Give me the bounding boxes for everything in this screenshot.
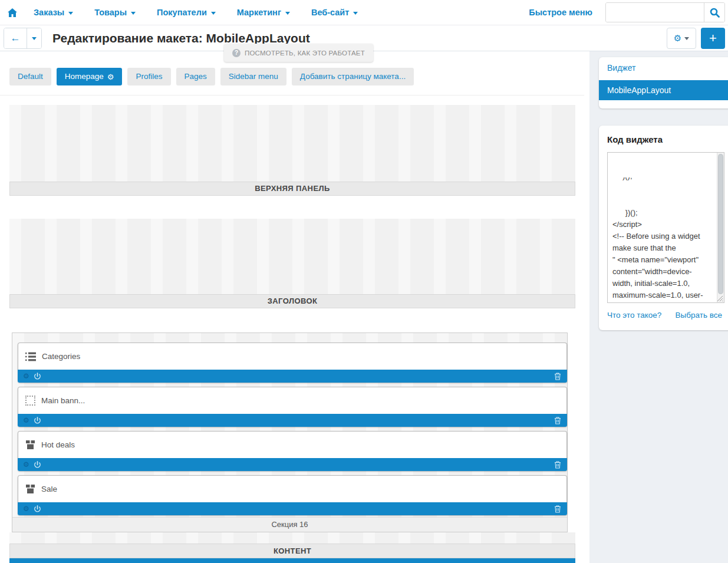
layout-tabs: Default Homepage ⚙ Profiles Pages Sideba… — [9, 68, 575, 85]
chevron-down-icon — [353, 12, 358, 15]
back-dropdown-button[interactable] — [27, 28, 41, 48]
block-power-icon[interactable] — [34, 417, 41, 424]
box-icon — [25, 484, 35, 494]
tab-profiles[interactable]: Profiles — [127, 68, 170, 85]
block-toolbar: ⚙ — [18, 414, 567, 427]
chevron-down-icon — [285, 12, 290, 15]
block-trash-icon[interactable] — [554, 460, 561, 469]
see-how-it-works-link[interactable]: ? ПОСМОТРЕТЬ, КАК ЭТО РАБОТАЕТ — [224, 44, 373, 62]
top-nav: Заказы Товары Покупатели Маркетинг Веб-с… — [0, 0, 728, 25]
block-toolbar: ⚙ — [18, 502, 567, 515]
box-icon — [25, 440, 35, 450]
gear-icon[interactable]: ⚙ — [107, 73, 114, 81]
widget-selector-card: Виджет MobileAppLayout — [599, 57, 728, 108]
block-gear-icon[interactable]: ⚙ — [23, 505, 29, 512]
page-title: Редактирование макета: MobileAppLayout — [52, 31, 310, 45]
block-card-hot-deals[interactable]: Hot deals ⚙ — [18, 431, 567, 471]
block-label: Sale — [41, 485, 57, 493]
tab-sidebar-menu[interactable]: Sidebar menu — [220, 68, 286, 85]
back-arrow-icon: ← — [11, 32, 21, 44]
block-card-categories[interactable]: Categories ⚙ — [18, 343, 567, 383]
add-button[interactable]: + — [701, 28, 725, 49]
block-label: Main bann... — [41, 396, 85, 405]
widget-code-title: Код виджета — [607, 134, 724, 144]
grid-area-top-panel — [9, 105, 575, 182]
search-button[interactable] — [704, 3, 724, 22]
container-label-top-panel: ВЕРХНЯЯ ПАНЕЛЬ — [9, 182, 575, 196]
container-label-header: ЗАГОЛОВОК — [9, 294, 575, 308]
section-label: Секция 16 — [12, 517, 567, 532]
block-gear-icon[interactable]: ⚙ — [23, 373, 29, 380]
search-icon — [710, 8, 720, 18]
block-trash-icon[interactable] — [554, 505, 561, 513]
widget-code-textarea[interactable]: ')(); })(); </script> <!-- Before using … — [607, 152, 724, 303]
block-trash-icon[interactable] — [554, 372, 561, 380]
chevron-down-icon — [131, 12, 136, 15]
layout-editor: Default Homepage ⚙ Profiles Pages Sideba… — [9, 51, 575, 563]
nav-item-website[interactable]: Веб-сайт — [311, 8, 358, 17]
gear-icon: ⚙ — [674, 34, 681, 42]
back-button[interactable]: ← — [4, 28, 27, 48]
search-input[interactable] — [606, 3, 704, 22]
quick-menu-link[interactable]: Быстрое меню — [529, 8, 592, 17]
tab-pages[interactable]: Pages — [176, 68, 215, 85]
nav-item-marketing[interactable]: Маркетинг — [237, 8, 290, 17]
next-block-strip — [9, 558, 575, 563]
tab-default[interactable]: Default — [9, 68, 51, 85]
widget-active-item[interactable]: MobileAppLayout — [599, 80, 728, 100]
block-trash-icon[interactable] — [554, 416, 561, 424]
block-power-icon[interactable] — [34, 461, 41, 469]
block-toolbar: ⚙ — [18, 370, 567, 383]
grid-area-content — [9, 532, 575, 544]
question-icon: ? — [232, 49, 241, 57]
home-button[interactable] — [8, 8, 17, 17]
block-label: Categories — [42, 352, 80, 361]
widget-panel: Виджет MobileAppLayout Код виджета ')();… — [589, 51, 728, 563]
code-scroll-thumb[interactable] — [718, 154, 723, 294]
home-icon — [8, 8, 17, 17]
block-power-icon[interactable] — [34, 373, 41, 380]
tab-homepage[interactable]: Homepage ⚙ — [57, 68, 123, 85]
chevron-down-icon — [211, 12, 216, 15]
back-button-group: ← — [4, 28, 42, 49]
chevron-down-icon — [68, 12, 73, 15]
content-region: ? ПОСМОТРЕТЬ, КАК ЭТО РАБОТАЕТ Default H… — [0, 51, 728, 563]
clipped-code-line: ')(); — [612, 177, 712, 183]
block-card-main-banner[interactable]: Main bann... ⚙ — [18, 387, 567, 427]
block-label: Hot deals — [41, 440, 75, 449]
nav-item-products[interactable]: Товары — [94, 8, 136, 17]
nav-item-orders[interactable]: Заказы — [34, 8, 73, 17]
code-scrollbar[interactable] — [717, 153, 724, 302]
nav-item-customers[interactable]: Покупатели — [157, 8, 216, 17]
what-is-this-link[interactable]: Что это такое? — [607, 311, 661, 320]
grid-area-header — [9, 219, 575, 294]
block-gear-icon[interactable]: ⚙ — [23, 461, 29, 468]
settings-dropdown-button[interactable]: ⚙ — [667, 28, 696, 49]
resize-handle-icon[interactable] — [716, 295, 723, 302]
select-all-link[interactable]: Выбрать все — [676, 311, 722, 320]
block-power-icon[interactable] — [34, 505, 41, 513]
chevron-down-icon — [32, 37, 37, 40]
chevron-down-icon — [684, 37, 689, 40]
block-toolbar: ⚙ — [18, 458, 567, 471]
block-gear-icon[interactable]: ⚙ — [23, 417, 29, 424]
section-container: Categories ⚙ Main bann... ⚙ — [12, 332, 568, 532]
code-text: })(); </script> <!-- Before using a widg… — [612, 207, 712, 302]
list-icon — [25, 352, 36, 361]
tab-add-layout-page[interactable]: Добавить страницу макета... — [292, 68, 414, 85]
search-group — [605, 2, 725, 22]
plus-icon: + — [709, 31, 717, 45]
block-card-sale[interactable]: Sale ⚙ — [18, 475, 567, 515]
container-label-content: КОНТЕНТ — [9, 544, 575, 558]
widget-link[interactable]: Виджет — [599, 57, 728, 77]
widget-code-card: Код виджета ')(); })(); </script> <!-- B… — [599, 126, 728, 330]
banner-placeholder-icon — [25, 396, 35, 406]
